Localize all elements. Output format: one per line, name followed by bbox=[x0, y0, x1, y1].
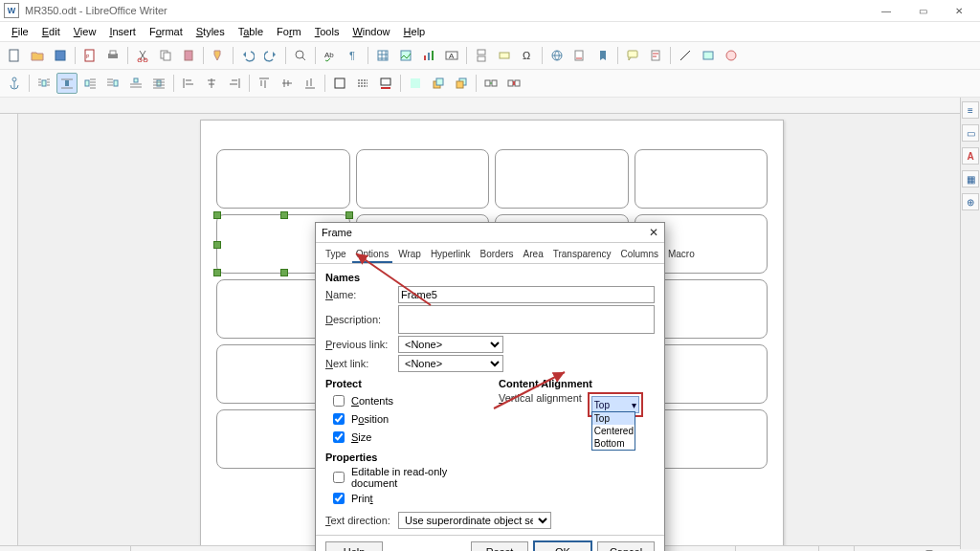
frame[interactable] bbox=[216, 149, 350, 209]
menu-help[interactable]: Help bbox=[398, 24, 432, 39]
image-icon[interactable] bbox=[395, 45, 416, 66]
borders-icon[interactable] bbox=[329, 73, 350, 94]
tab-area[interactable]: Area bbox=[520, 247, 547, 263]
wrap-after-icon[interactable] bbox=[125, 73, 146, 94]
nonprinting-icon[interactable]: ¶ bbox=[343, 45, 364, 66]
tab-wrap[interactable]: Wrap bbox=[394, 247, 425, 263]
page-break-icon[interactable] bbox=[471, 45, 492, 66]
undo-icon[interactable] bbox=[237, 45, 258, 66]
hyperlink-icon[interactable] bbox=[546, 45, 568, 66]
valign-option-top[interactable]: Top bbox=[592, 412, 635, 425]
clone-format-icon[interactable] bbox=[208, 45, 229, 66]
frame[interactable] bbox=[635, 149, 768, 209]
print-checkbox[interactable] bbox=[333, 493, 345, 504]
sidebar-page-icon[interactable]: ▭ bbox=[962, 124, 979, 142]
status-view-icon[interactable]: ▭ bbox=[819, 546, 855, 551]
comment-icon[interactable] bbox=[622, 45, 643, 66]
dialog-close-icon[interactable]: ✕ bbox=[649, 226, 658, 239]
track-changes-icon[interactable] bbox=[645, 45, 666, 66]
sidebar-styles-icon[interactable]: A bbox=[962, 147, 979, 165]
line-icon[interactable] bbox=[675, 45, 696, 66]
menu-format[interactable]: Format bbox=[144, 24, 189, 39]
menu-edit[interactable]: Edit bbox=[36, 24, 66, 39]
wrap-page-icon[interactable] bbox=[56, 73, 78, 94]
align-center-v-icon[interactable] bbox=[277, 73, 298, 94]
copy-icon[interactable] bbox=[155, 45, 176, 66]
tab-transparency[interactable]: Transparency bbox=[549, 247, 615, 263]
find-icon[interactable] bbox=[290, 45, 311, 66]
help-button[interactable]: Help bbox=[325, 541, 383, 551]
frame[interactable] bbox=[495, 149, 629, 209]
print-icon[interactable] bbox=[102, 45, 123, 66]
valign-option-centered[interactable]: Centered bbox=[592, 425, 635, 437]
status-page[interactable]: Page 1 of 1 bbox=[0, 546, 131, 551]
close-button[interactable]: ✕ bbox=[942, 2, 976, 19]
menu-view[interactable]: View bbox=[68, 24, 102, 39]
footnote-icon[interactable] bbox=[569, 45, 590, 66]
vertical-ruler[interactable] bbox=[0, 114, 18, 545]
draw-functions-icon[interactable] bbox=[721, 45, 742, 66]
chart-icon[interactable] bbox=[418, 45, 439, 66]
menu-form[interactable]: Form bbox=[271, 24, 307, 39]
wrap-optimal-icon[interactable] bbox=[79, 73, 100, 94]
spellcheck-icon[interactable]: Ab bbox=[320, 45, 341, 66]
protect-size-checkbox[interactable] bbox=[333, 431, 345, 443]
name-input[interactable] bbox=[398, 286, 655, 303]
ok-button[interactable]: OK bbox=[534, 541, 591, 551]
sidebar-gallery-icon[interactable]: ▦ bbox=[962, 170, 979, 187]
align-center-h-icon[interactable] bbox=[201, 73, 222, 94]
tab-macro[interactable]: Macro bbox=[664, 247, 699, 263]
horizontal-ruler[interactable] bbox=[0, 98, 980, 114]
table-icon[interactable] bbox=[372, 45, 393, 66]
menu-window[interactable]: Window bbox=[346, 24, 395, 39]
save-icon[interactable] bbox=[50, 45, 71, 66]
paste-icon[interactable] bbox=[178, 45, 199, 66]
protect-position-checkbox[interactable] bbox=[333, 413, 345, 425]
bring-front-icon[interactable] bbox=[428, 73, 449, 94]
field-icon[interactable] bbox=[494, 45, 515, 66]
open-icon[interactable] bbox=[27, 45, 48, 66]
redo-icon[interactable] bbox=[260, 45, 281, 66]
special-char-icon[interactable]: Ω bbox=[517, 45, 538, 66]
previous-link-select[interactable]: <None> bbox=[398, 336, 503, 353]
frame[interactable] bbox=[356, 149, 490, 209]
protect-contents-checkbox[interactable] bbox=[333, 395, 345, 407]
cancel-button[interactable]: Cancel bbox=[597, 541, 655, 551]
textbox-icon[interactable]: A bbox=[441, 45, 462, 66]
wrap-through-icon[interactable] bbox=[148, 73, 169, 94]
minimize-button[interactable]: — bbox=[869, 2, 903, 19]
bookmark-icon[interactable] bbox=[592, 45, 613, 66]
align-top-icon[interactable] bbox=[254, 73, 275, 94]
tab-type[interactable]: Type bbox=[322, 247, 350, 263]
wrap-off-icon[interactable] bbox=[33, 73, 55, 94]
align-right-icon[interactable] bbox=[224, 73, 245, 94]
export-pdf-icon[interactable]: P bbox=[79, 45, 100, 66]
reset-button[interactable]: Reset bbox=[471, 541, 528, 551]
unlink-frames-icon[interactable] bbox=[503, 73, 524, 94]
status-wordcount[interactable]: 1 word, 3 characters bbox=[131, 546, 329, 551]
menu-file[interactable]: File bbox=[6, 24, 34, 39]
link-frames-icon[interactable] bbox=[480, 73, 501, 94]
cut-icon[interactable] bbox=[132, 45, 153, 66]
align-left-icon[interactable] bbox=[178, 73, 199, 94]
text-direction-select[interactable]: Use superordinate object settings bbox=[398, 512, 551, 529]
editable-readonly-checkbox[interactable] bbox=[333, 472, 345, 483]
menu-styles[interactable]: Styles bbox=[190, 24, 231, 39]
valign-option-bottom[interactable]: Bottom bbox=[592, 437, 635, 450]
border-color-icon[interactable] bbox=[375, 73, 396, 94]
tab-borders[interactable]: Borders bbox=[477, 247, 518, 263]
basic-shapes-icon[interactable] bbox=[698, 45, 719, 66]
next-link-select[interactable]: <None> bbox=[398, 355, 503, 372]
menu-table[interactable]: Table bbox=[233, 24, 269, 39]
wrap-before-icon[interactable] bbox=[102, 73, 123, 94]
description-input[interactable] bbox=[398, 305, 655, 334]
border-style-icon[interactable] bbox=[352, 73, 373, 94]
tab-hyperlink[interactable]: Hyperlink bbox=[427, 247, 475, 263]
send-back-icon[interactable] bbox=[451, 73, 472, 94]
menu-insert[interactable]: Insert bbox=[103, 24, 142, 39]
new-icon[interactable] bbox=[4, 45, 25, 66]
anchor-icon[interactable] bbox=[4, 73, 25, 94]
sidebar-properties-icon[interactable]: ≡ bbox=[962, 101, 979, 119]
tab-columns[interactable]: Columns bbox=[616, 247, 661, 263]
area-style-icon[interactable] bbox=[405, 73, 426, 94]
